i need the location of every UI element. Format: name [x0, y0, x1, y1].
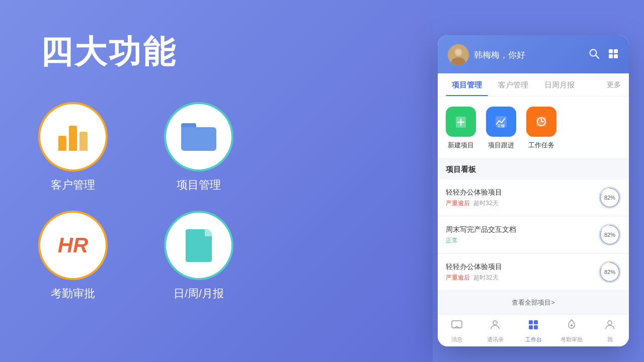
panel-header: 韩梅梅，你好 [438, 35, 629, 73]
nav-workbench[interactable]: 工作台 [514, 319, 552, 343]
work-task-label: 工作任务 [528, 141, 554, 150]
project-name-3: 轻轻办公体验项目 [446, 262, 599, 272]
nav-me[interactable]: 我 [591, 319, 629, 343]
hr-label: 考勤审批 [51, 286, 95, 301]
left-area: 四大功能 客户管理 项目管理 [0, 0, 433, 362]
action-new-project[interactable]: 新建项目 [446, 107, 476, 150]
right-panel: 韩梅梅，你好 项目管理 客户管理 日周月报 更多 [438, 35, 629, 346]
nav-attendance[interactable]: 考勤审批 [552, 319, 591, 343]
svg-line-5 [596, 55, 599, 58]
me-label: 我 [607, 336, 613, 343]
header-left: 韩梅梅，你好 [448, 44, 525, 65]
contacts-icon [489, 319, 501, 334]
panel-tabs: 项目管理 客户管理 日周月报 更多 [438, 73, 629, 97]
svg-rect-24 [534, 325, 538, 329]
customer-label: 客户管理 [51, 177, 95, 193]
project-item-1[interactable]: 轻轻办公体验项目 严重逾后 超时32天 82% [438, 179, 629, 216]
project-item-3[interactable]: 轻轻办公体验项目 严重逾后 超时32天 82% [438, 254, 629, 291]
project-circle [166, 104, 231, 169]
attendance-icon [566, 319, 578, 334]
bottom-nav: 消息 通讯录 工作台 [438, 314, 629, 346]
svg-rect-8 [609, 54, 613, 58]
project-status-2: 正常 [446, 236, 599, 245]
features-grid: 客户管理 项目管理 HR 考勤审批 [40, 104, 231, 301]
svg-rect-22 [534, 320, 538, 324]
bar-3 [79, 132, 88, 151]
hr-icon: HR [58, 233, 89, 257]
progress-inner-3: 82% [601, 263, 619, 281]
doc-icon [186, 229, 212, 262]
svg-rect-9 [614, 54, 618, 58]
progress-circle-3: 82% [599, 261, 621, 283]
project-info-1: 轻轻办公体验项目 严重逾后 超时32天 [446, 188, 599, 208]
nav-contacts[interactable]: 通讯录 [476, 319, 514, 343]
project-status-3: 严重逾后 超时32天 [446, 274, 599, 282]
doc-fold [205, 229, 212, 236]
message-icon [451, 319, 463, 334]
me-icon [604, 319, 616, 334]
board-title: 项目看板 [438, 158, 629, 179]
contacts-label: 通讯录 [487, 336, 504, 343]
svg-rect-21 [529, 320, 533, 324]
hr-circle: HR [40, 213, 106, 278]
project-name-2: 周末写完产品交互文档 [446, 225, 599, 234]
project-label: 项目管理 [177, 177, 221, 193]
attendance-label: 考勤审批 [560, 336, 583, 343]
customer-circle [40, 104, 106, 169]
project-board: 项目看板 轻轻办公体验项目 严重逾后 超时32天 82% 周末写完产品交互文档 … [438, 158, 629, 314]
svg-rect-6 [609, 49, 613, 53]
progress-circle-2: 82% [599, 224, 621, 246]
search-icon[interactable] [589, 48, 600, 62]
bar-2 [69, 126, 77, 151]
quick-actions: 新建项目 汇报 项目跟进 工作任务 [438, 97, 629, 158]
new-project-icon-wrap [446, 107, 476, 137]
svg-text:汇报: 汇报 [498, 124, 505, 128]
work-task-icon-wrap [526, 107, 556, 137]
svg-point-26 [608, 321, 612, 325]
action-project-track[interactable]: 汇报 项目跟进 [486, 107, 516, 150]
svg-rect-23 [529, 325, 533, 329]
progress-inner-2: 82% [601, 226, 619, 244]
svg-point-20 [493, 321, 497, 325]
progress-circle-1: 82% [599, 187, 621, 209]
report-label: 日/周/月报 [174, 286, 224, 301]
project-track-icon-wrap: 汇报 [486, 107, 516, 137]
more-button[interactable]: 更多 [607, 73, 621, 96]
progress-inner-1: 82% [601, 189, 619, 207]
svg-point-3 [455, 49, 461, 55]
svg-point-25 [571, 324, 573, 326]
project-item-2[interactable]: 周末写完产品交互文档 正常 82% [438, 217, 629, 253]
project-name-1: 轻轻办公体验项目 [446, 188, 599, 197]
main-title: 四大功能 [40, 30, 177, 74]
workbench-label: 工作台 [525, 336, 542, 343]
project-status-1: 严重逾后 超时32天 [446, 199, 599, 208]
bar-1 [58, 136, 66, 151]
tab-weekly-report[interactable]: 日周月报 [538, 73, 581, 96]
doc-body [186, 229, 212, 262]
new-project-label: 新建项目 [448, 141, 474, 150]
report-circle [166, 213, 231, 278]
folder-body [181, 127, 216, 151]
feature-project[interactable]: 项目管理 [166, 104, 231, 193]
action-work-task[interactable]: 工作任务 [526, 107, 556, 150]
feature-customer[interactable]: 客户管理 [40, 104, 106, 193]
tab-client-mgmt[interactable]: 客户管理 [492, 73, 534, 96]
message-label: 消息 [451, 336, 462, 343]
folder-icon [181, 123, 216, 151]
header-icons [589, 48, 619, 62]
grid-icon[interactable] [608, 48, 619, 62]
project-info-2: 周末写完产品交互文档 正常 [446, 225, 599, 245]
project-track-label: 项目跟进 [488, 141, 514, 150]
svg-rect-7 [614, 49, 618, 53]
bar-chart-icon [58, 123, 88, 151]
nav-message[interactable]: 消息 [438, 319, 476, 343]
view-all-button[interactable]: 查看全部项目> [438, 291, 629, 314]
workbench-icon [527, 319, 539, 334]
avatar [448, 44, 469, 65]
greeting-text: 韩梅梅，你好 [474, 49, 525, 61]
tab-project-mgmt[interactable]: 项目管理 [446, 73, 488, 96]
feature-report[interactable]: 日/周/月报 [166, 213, 231, 301]
feature-hr[interactable]: HR 考勤审批 [40, 213, 106, 301]
project-info-3: 轻轻办公体验项目 严重逾后 超时32天 [446, 262, 599, 282]
